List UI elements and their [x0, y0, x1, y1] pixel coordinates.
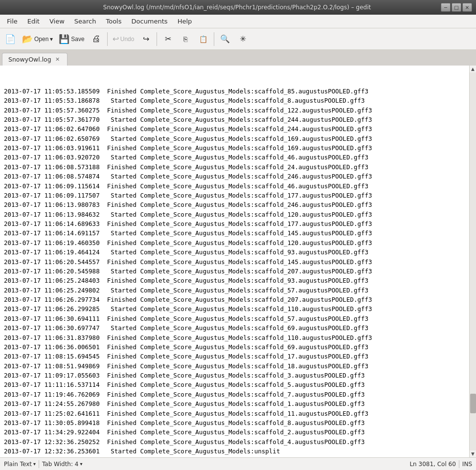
- paste-icon: 📋: [199, 35, 207, 43]
- paste-button[interactable]: 📋: [195, 31, 211, 47]
- tab-width-label: Tab Width: 4: [42, 461, 78, 468]
- copy-icon: ⎘: [183, 35, 187, 43]
- scroll-track[interactable]: [470, 72, 476, 450]
- new-button[interactable]: 📄: [2, 31, 19, 47]
- editor-line: 2013-07-17 11:06:02.647060 Finished Comp…: [4, 124, 465, 134]
- print-icon: 🖨: [92, 34, 101, 44]
- minimize-button[interactable]: ─: [441, 3, 451, 12]
- editor-line: 2013-07-17 11:06:20.544557 Finished Comp…: [4, 257, 465, 267]
- editor-line: 2013-07-17 11:30:05.899418 Finished Comp…: [4, 418, 465, 427]
- editor-line: 2013-07-17 11:24:55.267980 Finished Comp…: [4, 399, 465, 408]
- editor-line: 2013-07-17 11:06:30.694111 Finished Comp…: [4, 314, 465, 323]
- editor-line: 2013-07-17 11:06:36.006501 Finished Comp…: [4, 342, 465, 352]
- editor-line: 2013-07-17 11:08:15.694545 Finished Comp…: [4, 352, 465, 361]
- status-sep-2: [459, 460, 459, 468]
- editor-line: 2013-07-17 11:06:14.691157 Started Compl…: [4, 228, 465, 238]
- editor-line: 2013-07-17 11:05:53.185509 Finished Comp…: [4, 87, 465, 96]
- find-icon: 🔍: [220, 34, 230, 44]
- tab-width-chevron-icon: ▾: [80, 461, 82, 467]
- editor-line: 2013-07-17 11:19:46.762069 Finished Comp…: [4, 390, 465, 399]
- titlebar: SnowyOwl.log (/mnt/md/nfsO1/ian_reid/seq…: [0, 0, 476, 15]
- editor-line: 2013-07-17 12:32:47.985381 Finished Comp…: [4, 456, 465, 457]
- editor-line: 2013-07-17 11:06:31.837980 Finished Comp…: [4, 333, 465, 342]
- maximize-button[interactable]: □: [452, 3, 461, 12]
- open-label: Open: [34, 36, 48, 43]
- editor-line: 2013-07-17 11:06:25.248403 Finished Comp…: [4, 276, 465, 285]
- scroll-up-arrow[interactable]: ▲: [470, 66, 476, 72]
- menu-view[interactable]: View: [45, 16, 69, 27]
- editor-line: 2013-07-17 11:08:51.949869 Finished Comp…: [4, 361, 465, 371]
- editor-area: 2013-07-17 11:05:53.185509 Finished Comp…: [0, 66, 476, 457]
- statusbar: Plain Text ▾ Tab Width: 4 ▾ Ln 3081, Col…: [0, 457, 476, 470]
- tab-snowyowl[interactable]: SnowyOwl.log ✕: [2, 53, 68, 66]
- editor-line: 2013-07-17 12:32:36.250252 Finished Comp…: [4, 437, 465, 447]
- cut-button[interactable]: ✂: [159, 31, 176, 47]
- editor-line: 2013-07-17 11:06:30.697747 Started Compl…: [4, 323, 465, 333]
- insert-label: INS: [462, 461, 472, 468]
- editor-line: 2013-07-17 11:11:16.537114 Finished Comp…: [4, 380, 465, 389]
- editor-line: 2013-07-17 11:06:03.919611 Finished Comp…: [4, 143, 465, 153]
- plain-text-label: Plain Text: [4, 461, 32, 468]
- open-button[interactable]: 📂 Open ▾: [20, 31, 55, 47]
- plain-text-chevron-icon: ▾: [33, 461, 36, 467]
- editor-line: 2013-07-17 11:06:14.689633 Finished Comp…: [4, 219, 465, 228]
- menu-help[interactable]: Help: [173, 16, 197, 27]
- redo-button[interactable]: ↪: [137, 31, 154, 47]
- position-label: Ln 3081, Col 60: [409, 461, 455, 468]
- editor-line: 2013-07-17 11:05:57.361770 Started Compl…: [4, 115, 465, 124]
- menu-file[interactable]: File: [2, 16, 23, 27]
- clear-icon: ✳: [240, 34, 246, 44]
- editor-line: 2013-07-17 11:06:03.920720 Started Compl…: [4, 153, 465, 162]
- editor-line: 2013-07-17 11:06:19.464124 Started Compl…: [4, 247, 465, 257]
- editor-line: 2013-07-17 11:06:26.299285 Started Compl…: [4, 304, 465, 313]
- editor-line: 2013-07-17 11:05:57.360275 Finished Comp…: [4, 106, 465, 115]
- window-controls: ─ □ ✕: [441, 3, 472, 12]
- menu-tools[interactable]: Tools: [101, 16, 126, 27]
- editor-line: 2013-07-17 11:06:26.297734 Finished Comp…: [4, 295, 465, 304]
- menubar: File Edit View Search Tools Documents He…: [0, 15, 476, 28]
- menu-search[interactable]: Search: [69, 16, 101, 27]
- editor-line: 2013-07-17 11:06:08.574874 Started Compl…: [4, 172, 465, 181]
- menu-edit[interactable]: Edit: [23, 16, 45, 27]
- editor-line: 2013-07-17 12:32:36.253601 Started Compl…: [4, 447, 465, 456]
- editor-line: 2013-07-17 11:06:25.249802 Started Compl…: [4, 286, 465, 295]
- close-button[interactable]: ✕: [462, 3, 472, 12]
- editor-line: 2013-07-17 11:06:19.460350 Finished Comp…: [4, 238, 465, 247]
- editor-line: 2013-07-17 11:06:20.545988 Started Compl…: [4, 267, 465, 276]
- undo-label: Undo: [120, 36, 135, 43]
- editor-line: 2013-07-17 11:06:13.980783 Finished Comp…: [4, 200, 465, 209]
- toolbar-separator-2: [157, 32, 157, 46]
- menu-documents[interactable]: Documents: [127, 16, 173, 27]
- editor-line: 2013-07-17 11:34:29.922404 Finished Comp…: [4, 427, 465, 437]
- editor-content[interactable]: 2013-07-17 11:05:53.185509 Finished Comp…: [0, 66, 469, 457]
- clear-button[interactable]: ✳: [234, 31, 251, 47]
- scrollbar[interactable]: ▲ ▼: [469, 66, 476, 457]
- editor-line: 2013-07-17 11:06:08.573188 Finished Comp…: [4, 162, 465, 172]
- open-icon: 📂: [22, 34, 33, 45]
- new-icon: 📄: [5, 34, 16, 45]
- editor-line: 2013-07-17 11:05:53.186878 Started Compl…: [4, 96, 465, 105]
- copy-button[interactable]: ⎘: [177, 31, 194, 47]
- editor-line: 2013-07-17 11:06:09.115614 Finished Comp…: [4, 181, 465, 191]
- print-button[interactable]: 🖨: [88, 31, 105, 47]
- open-arrow-icon: ▾: [50, 36, 53, 43]
- cut-icon: ✂: [165, 34, 171, 44]
- cursor-position: Ln 3081, Col 60: [409, 461, 455, 468]
- toolbar-separator-1: [107, 32, 108, 46]
- tab-close-button[interactable]: ✕: [54, 56, 61, 63]
- toolbar-separator-3: [214, 32, 214, 46]
- undo-button[interactable]: ↩ Undo: [110, 31, 137, 47]
- scroll-down-arrow[interactable]: ▼: [470, 450, 476, 457]
- tabbar: SnowyOwl.log ✕: [0, 50, 476, 66]
- find-button[interactable]: 🔍: [217, 31, 233, 47]
- save-button[interactable]: 💾 Save: [56, 31, 87, 47]
- editor-line: 2013-07-17 11:06:09.117507 Started Compl…: [4, 191, 465, 200]
- editor-line: 2013-07-17 11:06:02.650769 Started Compl…: [4, 134, 465, 143]
- toolbar: 📄 📂 Open ▾ 💾 Save 🖨 ↩ Undo ↪ ✂ ⎘ 📋 🔍 ✳: [0, 28, 476, 50]
- tab-label: SnowyOwl.log: [8, 56, 51, 63]
- insert-mode[interactable]: INS: [462, 461, 472, 468]
- scroll-thumb[interactable]: [470, 394, 476, 413]
- tab-width-selector[interactable]: Tab Width: 4 ▾: [42, 461, 83, 468]
- status-sep-1: [39, 460, 39, 468]
- plain-text-selector[interactable]: Plain Text ▾: [4, 461, 36, 468]
